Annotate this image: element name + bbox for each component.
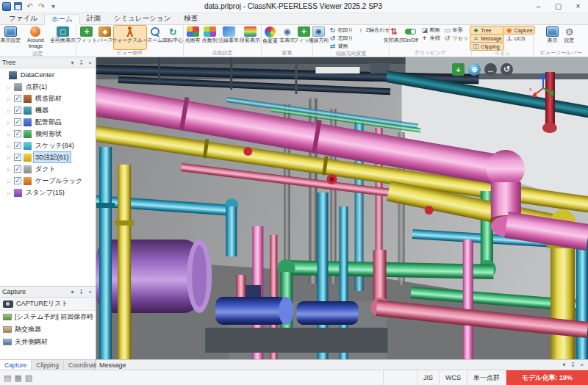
tab-simulation[interactable]: シミュレーション <box>107 13 178 24</box>
visibility-checkbox[interactable] <box>14 107 21 114</box>
visibility-checkbox[interactable] <box>14 154 21 161</box>
expand-arrow[interactable] <box>7 155 14 160</box>
pan-icon[interactable]: ↔ <box>484 63 497 76</box>
tree-close-icon[interactable]: × <box>87 60 93 66</box>
tab-clipping[interactable]: Clipping <box>32 360 64 370</box>
message-dropdown-icon[interactable]: ▾ <box>561 361 567 368</box>
capture-dropdown-icon[interactable]: ▾ <box>69 289 76 295</box>
tab-measure[interactable]: 計測 <box>80 13 107 24</box>
expand-arrow[interactable] <box>7 190 14 195</box>
clip-coordinate-button[interactable]: + 座標 <box>420 35 442 42</box>
display-settings-button[interactable]: 表示設定 <box>1 26 21 50</box>
rotate-right-button[interactable]: ↻ 右回り <box>328 26 355 34</box>
normal-based-color-button[interactable]: 法線基準 <box>218 26 239 49</box>
rotation-center-button[interactable]: ↻ 回転中心 <box>164 26 182 49</box>
view-direction-button[interactable]: ◉ 視線方向 <box>311 26 327 50</box>
tree-item-geometry[interactable]: 幾何形状 <box>0 128 96 140</box>
status-standard[interactable]: JIS <box>417 370 439 385</box>
fullscreen-icon: ▢ <box>57 26 69 37</box>
clip-section-button[interactable]: ◪ 断面 <box>420 26 442 34</box>
orbit-icon[interactable]: ↺ <box>501 63 513 76</box>
view-toolbar-display-button[interactable]: 表示 <box>545 26 561 49</box>
tree-item-piping-parts[interactable]: 配管部品 <box>0 116 96 128</box>
expand-arrow[interactable] <box>7 96 14 101</box>
minimize-button[interactable]: – <box>528 0 548 12</box>
message-close-icon[interactable]: × <box>578 361 585 368</box>
tab-home[interactable]: ホーム <box>44 14 80 25</box>
expand-arrow[interactable] <box>7 143 14 148</box>
visibility-checkbox[interactable] <box>14 95 21 102</box>
layers-icon[interactable]: ▦ <box>14 373 21 383</box>
expand-arrow[interactable] <box>7 84 14 90</box>
rotate-left-button[interactable]: ↺ 左回り <box>328 35 355 42</box>
save-button[interactable] <box>13 1 23 12</box>
pane-clipping-button[interactable]: ◫ Clipping <box>470 43 503 50</box>
visibility-checkbox[interactable] <box>14 142 21 149</box>
3d-model-scene[interactable] <box>96 57 588 359</box>
tree-item-pointcloud[interactable]: 点群(1) <box>0 81 96 93</box>
tab-inspection[interactable]: 検査 <box>177 13 204 24</box>
close-button[interactable]: × <box>568 0 588 12</box>
fullscreen-button[interactable]: ▢ 全画面表示 <box>51 26 75 50</box>
elevation-color-button[interactable]: 段彩表示 <box>240 26 260 49</box>
point-native-color-button[interactable]: 点固有 <box>184 26 201 49</box>
tree-item-equipment[interactable]: 機器 <box>0 104 96 116</box>
3d-viewport[interactable]: + ⊕ ↔ ↺ z x y <box>96 57 588 359</box>
tab-file[interactable]: ファイル <box>2 13 44 24</box>
piping-parts-icon <box>24 118 32 126</box>
expand-arrow[interactable] <box>7 132 14 137</box>
capture-pin-icon[interactable]: ↧ <box>78 289 85 295</box>
change-color-button[interactable]: 色変更 <box>262 26 279 49</box>
tree-item-structure[interactable]: 構造部材 <box>0 93 96 104</box>
status-coordinate-system[interactable]: WCS <box>439 370 467 385</box>
perspective-button[interactable]: ◆ パース <box>97 26 113 49</box>
pane-ucs-button[interactable]: ⊥ UCS <box>504 35 534 42</box>
tree-dropdown-icon[interactable]: ▾ <box>69 60 76 66</box>
capture-close-icon[interactable]: × <box>87 289 93 295</box>
undo-button[interactable]: ↶ <box>25 1 35 12</box>
camera-icon[interactable] <box>3 301 13 308</box>
tree-item-cable-rack[interactable]: ケーブルラック <box>0 175 96 187</box>
visibility-checkbox[interactable] <box>14 165 21 173</box>
fit-button[interactable]: + フィット <box>77 26 96 49</box>
structure-icon <box>24 95 32 103</box>
globe-icon[interactable]: ⊕ <box>468 63 481 76</box>
tree-pin-icon[interactable]: ↧ <box>78 60 85 66</box>
qat-dropdown-button[interactable]: ▾ <box>49 1 58 12</box>
expand-arrow[interactable] <box>7 179 14 184</box>
tree-item-3d-notes[interactable]: 3D注記(61) <box>0 151 96 163</box>
status-point-cloud-mode[interactable]: 単一点群 <box>467 370 506 385</box>
tree-item-sketch[interactable]: スケッチ(84) <box>0 140 96 151</box>
walkthrough-button[interactable]: ウォークスルー <box>114 26 146 49</box>
pane-capture-button[interactable]: ◉ Capture <box>504 26 534 34</box>
view-toolbar-settings-button[interactable]: ⚙ 設定 <box>562 26 578 49</box>
visibility-checkbox[interactable] <box>14 118 21 126</box>
grid-icon[interactable]: ▧ <box>25 373 32 383</box>
around-image-button[interactable]: Around Image <box>21 26 50 50</box>
document-icon[interactable]: ▤ <box>4 373 11 383</box>
visibility-checkbox[interactable] <box>14 177 21 184</box>
tab-capture[interactable]: Capture <box>0 360 32 370</box>
tree-item-stamp[interactable]: スタンプ(15) <box>0 187 96 198</box>
clip-onoff-button[interactable]: On/Off <box>403 26 419 49</box>
maximize-button[interactable]: ▢ <box>548 0 568 12</box>
fit-view-icon[interactable]: + <box>452 63 465 76</box>
capture-item-ceiling-steel[interactable]: 天井側鋼材 <box>0 336 96 348</box>
visibility-checkbox[interactable] <box>14 130 21 137</box>
tree-item-duct[interactable]: ダクト <box>0 163 96 175</box>
expand-arrow[interactable] <box>7 120 14 125</box>
back-view-button[interactable]: ⇄ 背面 <box>328 43 355 50</box>
capture-item-system-reserved[interactable]: [システム予約] 前回保存時 <box>0 311 96 323</box>
pane-tree-button[interactable]: ♣ Tree <box>470 26 503 34</box>
tree-item-datacenter[interactable]: DataCenter <box>0 69 96 81</box>
pane-message-button[interactable]: ≡ Message <box>470 35 503 42</box>
expand-arrow[interactable] <box>7 108 14 113</box>
redo-button[interactable]: ↷ <box>37 1 46 12</box>
capture-item-heat-exchanger[interactable]: 熱交換器 <box>0 323 96 336</box>
zoom-button[interactable]: ズーム <box>147 26 163 49</box>
point-count-color-button[interactable]: 点数別 <box>201 26 218 49</box>
clip-arrows-button[interactable]: ⇅ 矢印表示 <box>386 26 402 49</box>
clipping-pane-icon: ◫ <box>472 43 479 50</box>
message-pin-icon[interactable]: ↧ <box>570 361 576 368</box>
expand-arrow[interactable] <box>7 167 14 172</box>
